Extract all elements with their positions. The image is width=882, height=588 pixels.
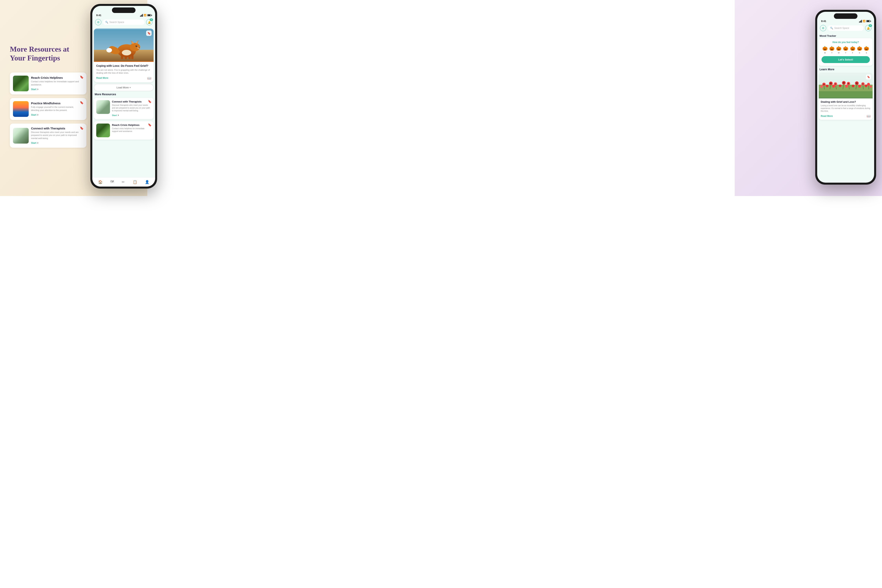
left-card-1: Practice Mindfulness Fully engage yourse… [10, 98, 86, 120]
book-icon-1: 📖 [147, 76, 151, 80]
status-bar-1: 9:41 📶 [92, 13, 155, 18]
more-resources-title: More Resources [94, 93, 154, 96]
resource-list-body-0: Connect with Therapists Discover therapi… [110, 100, 151, 117]
dynamic-island-1 [112, 8, 135, 13]
app-header-1: ⚙ 🔍 Search Space 🔔 25 [92, 18, 155, 27]
featured-body: Coping with Loss: Do Foxes Feel Grief? Y… [94, 62, 154, 82]
battery-fill-1 [148, 15, 150, 16]
resource-list-start-0[interactable]: Start [112, 114, 117, 117]
plant-image-0 [13, 76, 28, 92]
card-body-0: Reach Crisis Helplines Contact crisis he… [28, 76, 83, 91]
svg-rect-3 [121, 54, 123, 59]
resource-list-body-1: Reach Crisis Helplines Contact crisis he… [110, 123, 151, 134]
arrow-icon-0: › [38, 87, 38, 91]
phone-screen-1: 9:41 📶 ⚙ [92, 6, 155, 187]
card-start-1[interactable]: Start [31, 114, 36, 116]
card-start-2[interactable]: Start [31, 142, 36, 144]
nav-tools[interactable]: ✏ [122, 180, 125, 184]
signal-bar-3 [142, 15, 142, 17]
resource-list-title-0: Connect with Therapists [112, 100, 151, 103]
therapist-image-2 [13, 128, 28, 144]
resource-list-desc-0: Discover therapists who meet your needs … [112, 104, 151, 112]
status-icons-1: 📶 [140, 14, 151, 17]
read-more-1[interactable]: Read More [96, 76, 108, 80]
battery-tip-1 [152, 15, 152, 16]
left-card-2: Connect with Therapists Discover therapi… [10, 123, 86, 148]
signal-bar-2 [141, 15, 141, 17]
headline: More Resources at Your Fingertips [10, 45, 86, 63]
bookmark-icon-1[interactable]: 🔖 [80, 101, 84, 105]
resource-list-card-1: Reach Crisis Helplines Contact crisis he… [94, 121, 154, 140]
list-bookmark-0[interactable]: 🔖 [148, 100, 152, 103]
fox-svg [94, 28, 154, 62]
featured-footer: Read More 📖 [96, 76, 151, 80]
list-arrow-0: › [118, 113, 119, 117]
battery-icon-1 [147, 14, 151, 16]
arrow-icon-1: › [38, 113, 38, 116]
arrow-icon-2: › [38, 141, 38, 144]
load-more-button[interactable]: Load More + [94, 84, 154, 91]
notification-badge-1: 25 [150, 18, 153, 21]
search-bar-1[interactable]: 🔍 Search Space [103, 20, 144, 25]
bottom-nav-1: 🏠 🗺 ✏ 📋 👤 [92, 177, 155, 187]
featured-bookmark[interactable]: 🔖 [146, 30, 152, 36]
phone-1: 9:41 📶 ⚙ [90, 4, 157, 189]
svg-point-15 [136, 46, 137, 46]
nav-list[interactable]: 📋 [133, 180, 137, 184]
card-desc-2: Discover therapists who meet your needs … [31, 131, 81, 140]
card-title-1: Practice Mindfulness [31, 102, 81, 105]
resource-list-card-0: Connect with Therapists Discover therapi… [94, 98, 154, 119]
signal-bar-1 [140, 16, 141, 17]
more-resources-section: More Resources Connect with Therapists D… [92, 93, 155, 140]
therapist-img-list-0 [96, 100, 110, 114]
status-time-1: 9:41 [96, 14, 101, 17]
left-card-0: Reach Crisis Helplines Contact crisis he… [10, 72, 86, 94]
bookmark-icon-2[interactable]: 🔖 [80, 126, 84, 130]
card-body-1: Practice Mindfulness Fully engage yourse… [28, 102, 83, 117]
svg-point-16 [106, 48, 112, 52]
resource-list-title-1: Reach Crisis Helplines [112, 123, 151, 126]
card-desc-1: Fully engage yourself in the current mom… [31, 106, 81, 112]
featured-card: 🔖 Coping with Loss: Do Foxes Feel Grief?… [94, 28, 154, 82]
nav-profile[interactable]: 👤 [145, 180, 149, 184]
svg-point-7 [130, 43, 140, 51]
card-desc-0: Contact crisis helplines for immediate s… [31, 80, 81, 86]
wifi-icon-1: 📶 [144, 14, 147, 16]
card-title-0: Reach Crisis Helplines [31, 76, 81, 80]
list-bookmark-1[interactable]: 🔖 [148, 123, 152, 127]
resource-list-desc-1: Contact crisis helplines for immediate s… [112, 127, 151, 133]
svg-rect-6 [131, 54, 134, 59]
card-title-2: Connect with Therapists [31, 127, 81, 130]
notification-button-1[interactable]: 🔔 25 [146, 19, 152, 26]
card-start-0[interactable]: Start [31, 88, 36, 91]
svg-point-17 [122, 50, 131, 56]
svg-point-13 [138, 47, 140, 48]
phone-frame-1: 9:41 📶 ⚙ [90, 4, 157, 189]
settings-button-1[interactable]: ⚙ [95, 19, 101, 26]
search-placeholder-1: Search Space [110, 21, 124, 24]
meditation-image-1 [13, 101, 28, 117]
signal-bars-1 [140, 14, 143, 17]
nav-home[interactable]: 🏠 [98, 180, 102, 184]
signal-bar-4 [142, 14, 143, 17]
left-panel: More Resources at Your Fingertips Reach … [4, 0, 92, 196]
search-icon-1: 🔍 [105, 21, 108, 24]
nav-map[interactable]: 🗺 [110, 180, 114, 184]
featured-title: Coping with Loss: Do Foxes Feel Grief? [96, 64, 151, 68]
bookmark-icon-0[interactable]: 🔖 [80, 75, 84, 79]
card-body-2: Connect with Therapists Discover therapi… [28, 127, 83, 144]
fox-image: 🔖 [94, 28, 154, 62]
featured-desc: You are not alone. Fox is grappling with… [96, 69, 151, 75]
plant-img-list-1 [96, 123, 110, 137]
